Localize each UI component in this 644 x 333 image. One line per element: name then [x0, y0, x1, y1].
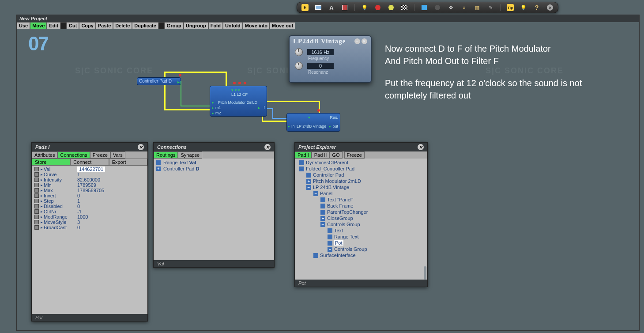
tree-row[interactable]: Controller Pad — [297, 172, 426, 178]
frequency-knob[interactable] — [295, 48, 303, 56]
toolbar-grid-icon[interactable]: ▦ — [474, 4, 481, 11]
checkbox-icon[interactable] — [34, 178, 39, 182]
prop-row[interactable]: ▸ ModRange 1000 — [34, 214, 146, 219]
expand-icon[interactable]: + — [320, 216, 325, 221]
tree-row[interactable]: DynVoicesOfParent — [297, 159, 426, 166]
cmd-dark1[interactable] — [60, 22, 67, 29]
minimize-icon[interactable]: − — [354, 38, 360, 44]
checkbox-icon[interactable] — [34, 209, 39, 214]
cmd-cut[interactable]: Cut — [67, 22, 79, 29]
collapse-icon[interactable]: − — [313, 191, 318, 196]
tree-row[interactable]: Range Text — [297, 234, 426, 240]
module-lp-filter[interactable]: Res. ▾ ▸ In LP 24dB Vintage out ▸ — [286, 113, 340, 132]
subtab-store[interactable]: Store — [32, 159, 70, 166]
subtab-connect[interactable]: Connect — [70, 159, 109, 166]
frequency-value[interactable]: 1616 Hz — [307, 49, 334, 55]
cmd-copy[interactable]: Copy — [79, 22, 96, 29]
prop-row[interactable]: ▸ Val 144622701 — [34, 166, 146, 172]
tree-row[interactable]: Text "Panel" — [297, 197, 426, 203]
toolbar-move-icon[interactable]: ✥ — [447, 4, 454, 11]
module-pitch-modulator[interactable]: ▾ ▾ ▾ L1 L2 CF ▸ Pitch Modulator 2mLD ▸ … — [210, 86, 267, 117]
toolbar-e-icon[interactable]: E — [301, 4, 309, 11]
tab-go[interactable]: GO — [329, 151, 342, 159]
cmd-unfold[interactable]: Unfold — [223, 22, 243, 29]
toolbar-yellow-dot-icon[interactable] — [388, 4, 395, 11]
close-icon[interactable]: ✕ — [362, 38, 367, 44]
toolbar-sphere-icon[interactable] — [434, 4, 441, 11]
checkbox-icon[interactable] — [34, 183, 39, 187]
cmd-edit[interactable]: Edit — [47, 22, 60, 29]
checkbox-icon[interactable] — [34, 215, 39, 219]
tab-pad2[interactable]: Pad II — [312, 151, 330, 159]
toolbar-cal-icon[interactable] — [341, 4, 348, 11]
tab-freeze[interactable]: Freeze — [90, 151, 110, 159]
tree-row[interactable]: −LP 24dB Vintage — [297, 184, 426, 190]
tree-row[interactable]: +CloseGroup — [297, 215, 426, 221]
cmd-paste[interactable]: Paste — [96, 22, 113, 29]
scrollbar-thumb[interactable] — [424, 266, 426, 280]
cmd-move-into[interactable]: Move into — [243, 22, 270, 29]
conn-row[interactable]: Range Text Val — [155, 159, 272, 166]
cmd-move[interactable]: Move — [30, 22, 47, 29]
prop-row[interactable]: ▸ Intensity 82.600000 — [34, 177, 146, 182]
toolbar-cube-icon[interactable] — [421, 4, 428, 11]
tree-row[interactable]: ParentTopChanger — [297, 209, 426, 215]
prop-row[interactable]: ▸ BroadCast 0 — [34, 225, 146, 230]
collapse-icon[interactable]: − — [299, 166, 304, 171]
tree-row[interactable]: Back Frame — [297, 203, 426, 209]
cmd-group[interactable]: Group — [165, 22, 184, 29]
checkbox-icon[interactable] — [34, 188, 39, 193]
toolbar-a-icon[interactable]: A — [328, 4, 335, 11]
cmd-fold[interactable]: Fold — [208, 22, 223, 29]
port-dot-icon[interactable] — [317, 109, 320, 112]
toolbar-wand-icon[interactable]: ✎ — [487, 4, 494, 11]
checkbox-icon[interactable] — [34, 225, 39, 230]
close-icon[interactable]: ✕ — [138, 144, 144, 150]
module-controller-pad[interactable]: Controller Pad D ▸ — [137, 77, 181, 85]
checkbox-icon[interactable] — [34, 167, 39, 171]
prop-row[interactable]: ▸ Min 1789569 — [34, 182, 146, 188]
tab-vars[interactable]: Vars — [110, 151, 125, 159]
checkbox-icon[interactable] — [34, 199, 39, 203]
port-dot-icon[interactable] — [233, 82, 236, 84]
tree-row[interactable]: −Controls Group — [297, 221, 426, 227]
toolbar-bulb2-icon[interactable]: 💡 — [361, 4, 368, 11]
cmd-use[interactable]: Use — [17, 22, 30, 29]
toolbar-red-dot-icon[interactable] — [374, 4, 381, 11]
tree-row[interactable]: +Controls Group — [297, 246, 426, 252]
prop-row[interactable]: ▸ Disabled 0 — [34, 204, 146, 209]
cmd-delete[interactable]: Delete — [113, 22, 132, 29]
toolbar-checker-icon[interactable] — [401, 4, 408, 11]
prop-row[interactable]: ▸ CtrlNr -1 — [34, 209, 146, 214]
tab-pad1[interactable]: Pad I — [295, 151, 312, 159]
toolbar-bulb-icon[interactable]: 💡 — [520, 4, 527, 11]
prop-row[interactable]: ▸ MoveStyle 3 — [34, 219, 146, 225]
subtab-export[interactable]: Export — [109, 159, 147, 166]
tree-row[interactable]: Text — [297, 227, 426, 234]
tab-freeze[interactable]: Freeze — [344, 151, 365, 159]
resonance-value[interactable]: 0 — [307, 63, 334, 69]
prop-row[interactable]: ▸ Step 1 — [34, 198, 146, 204]
tab-connections[interactable]: Connections — [57, 151, 90, 159]
prop-row[interactable]: ▸ Max 1789569705 — [34, 188, 146, 193]
toolbar-help-icon[interactable]: ? — [533, 4, 540, 11]
cmd-move-out[interactable]: Move out — [270, 22, 295, 29]
expand-icon[interactable]: + — [328, 247, 332, 252]
resonance-knob[interactable] — [295, 62, 303, 70]
port-dot-icon[interactable] — [238, 82, 241, 84]
checkbox-icon[interactable] — [34, 193, 39, 198]
tree-row[interactable]: Pot — [297, 240, 426, 246]
cmd-dark2[interactable] — [158, 22, 165, 29]
toolbar-card-icon[interactable] — [315, 4, 322, 11]
cmd-ungroup[interactable]: Ungroup — [184, 22, 208, 29]
tree-row[interactable]: SurfaceInterface — [297, 252, 426, 258]
checkbox-icon[interactable] — [34, 220, 39, 224]
close-icon[interactable]: ✕ — [264, 144, 271, 150]
collapse-icon[interactable]: − — [320, 222, 325, 227]
tab-synapse[interactable]: Synapse — [178, 151, 202, 159]
checkbox-icon[interactable] — [34, 172, 39, 177]
prop-row[interactable]: ▸ Curve 1 — [34, 172, 146, 177]
port-dot-icon[interactable] — [179, 74, 181, 76]
toolbar-axis-icon[interactable]: ⅄ — [460, 4, 467, 11]
tree-row[interactable]: −Folded_Controller Pad — [297, 166, 426, 172]
